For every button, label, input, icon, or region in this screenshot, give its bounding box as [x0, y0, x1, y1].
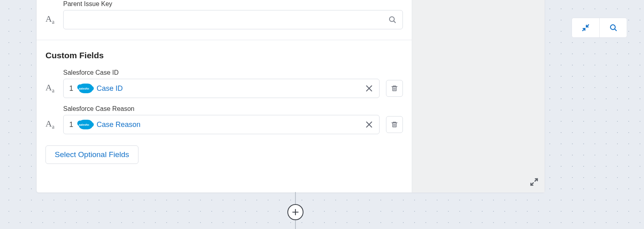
add-step-button[interactable]: [287, 204, 303, 220]
clear-icon[interactable]: [365, 84, 374, 93]
expand-icon[interactable]: [529, 177, 539, 187]
connector-line: [295, 220, 296, 229]
plus-icon: [291, 208, 299, 216]
svg-rect-9: [393, 123, 396, 127]
text-type-icon: Aa: [45, 83, 58, 94]
pill-value: Case ID: [97, 84, 123, 93]
salesforce-icon: salesforce: [79, 84, 93, 93]
svg-line-1: [394, 21, 395, 22]
delete-field-button[interactable]: [386, 80, 403, 97]
connector-line: [295, 192, 296, 204]
svg-rect-4: [393, 87, 396, 91]
trash-icon: [391, 121, 398, 128]
search-button[interactable]: [599, 18, 627, 37]
field-label: Salesforce Case ID: [63, 69, 403, 76]
trash-icon: [391, 85, 398, 92]
pill-value: Case Reason: [97, 121, 140, 129]
case-id-input[interactable]: 1 salesforce Case ID: [63, 79, 380, 98]
select-optional-fields-button[interactable]: Select Optional Fields: [45, 145, 138, 164]
field-label: Salesforce Case Reason: [63, 105, 403, 112]
custom-fields-heading: Custom Fields: [45, 51, 403, 60]
text-type-icon: Aa: [45, 14, 58, 25]
parent-issue-key-field: Parent Issue Key Aa: [45, 0, 403, 29]
flow-connector: [287, 192, 303, 229]
svg-line-19: [614, 29, 616, 31]
canvas-toolbar: [572, 18, 627, 38]
collapse-icon: [581, 23, 590, 32]
search-icon: [388, 15, 397, 24]
salesforce-case-id-field: Salesforce Case ID Aa 1 salesforce Case …: [45, 69, 403, 98]
section-divider: [37, 40, 412, 40]
search-icon: [609, 23, 618, 32]
pill-index: 1: [69, 84, 73, 93]
text-type-icon: Aa: [45, 119, 58, 130]
salesforce-icon: salesforce: [79, 120, 93, 129]
pill-index: 1: [69, 121, 73, 129]
preview-column: [412, 0, 545, 192]
step-panel: Parent Issue Key Aa Custom Fields Salesf…: [36, 0, 545, 193]
step-card: Parent Issue Key Aa Custom Fields Salesf…: [36, 0, 545, 193]
salesforce-case-reason-field: Salesforce Case Reason Aa 1 salesforce C…: [45, 105, 403, 134]
field-label: Parent Issue Key: [63, 0, 403, 8]
delete-field-button[interactable]: [386, 116, 403, 133]
form-column: Parent Issue Key Aa Custom Fields Salesf…: [37, 0, 412, 192]
collapse-button[interactable]: [572, 18, 599, 37]
clear-icon[interactable]: [365, 120, 374, 129]
parent-issue-key-input[interactable]: [63, 10, 403, 29]
case-reason-input[interactable]: 1 salesforce Case Reason: [63, 115, 380, 134]
